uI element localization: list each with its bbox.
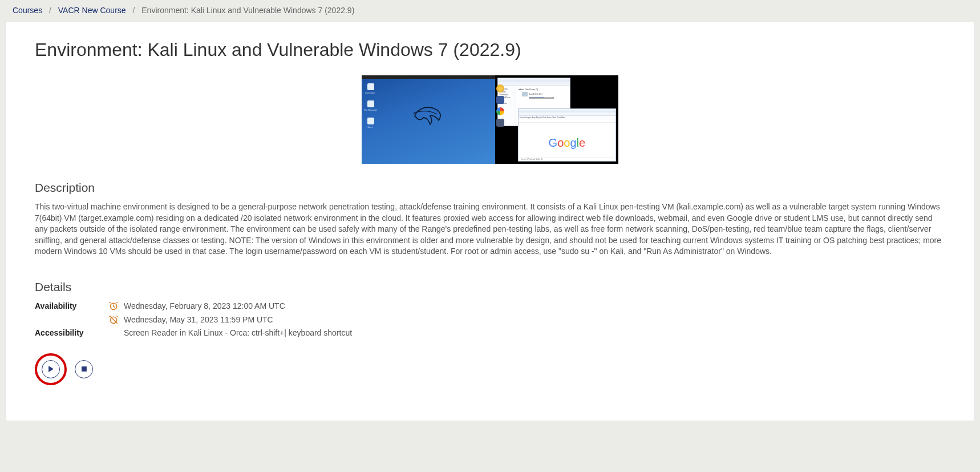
environment-thumbnail: Computer File Manager Home ▸ Favorites D… [35,75,945,164]
breadcrumb: Courses / VACR New Course / Environment:… [0,0,980,22]
breadcrumb-parent[interactable]: VACR New Course [58,6,126,15]
accessibility-label: Accessibility [35,328,103,337]
svg-rect-4 [82,367,87,372]
alarm-on-icon [106,301,122,311]
stop-button[interactable] [75,360,93,378]
google-logo: Google [549,136,586,150]
availability-start: Wednesday, February 8, 2023 12:00 AM UTC [124,301,945,310]
breadcrumb-courses[interactable]: Courses [13,6,42,15]
play-icon [48,366,54,372]
play-button[interactable] [42,360,60,378]
description-body: This two-virtual machine environment is … [35,201,945,257]
play-button-highlight [35,353,67,385]
windows-screenshot: ▸ Favorites Desktop Downloads Recent Pla… [495,75,618,164]
page-title: Environment: Kali Linux and Vulnerable W… [35,39,945,60]
details-grid: Availability Wednesday, February 8, 2023… [35,301,945,337]
svg-marker-3 [48,366,54,372]
availability-label: Availability [35,301,103,310]
environment-controls [35,353,945,385]
breadcrumb-separator: / [49,6,51,15]
accessibility-value: Screen Reader in Kali Linux - Orca: ctrl… [124,328,945,337]
alarm-off-icon [106,314,122,325]
content-card: Environment: Kali Linux and Vulnerable W… [6,22,974,421]
breadcrumb-separator: / [132,6,135,15]
availability-end: Wednesday, May 31, 2023 11:59 PM UTC [124,315,945,324]
details-heading: Details [35,280,945,294]
stop-icon [81,366,87,372]
kali-logo-icon [411,97,446,131]
description-heading: Description [35,181,945,195]
breadcrumb-current: Environment: Kali Linux and Vulnerable W… [141,6,354,15]
kali-screenshot: Computer File Manager Home [362,75,495,164]
